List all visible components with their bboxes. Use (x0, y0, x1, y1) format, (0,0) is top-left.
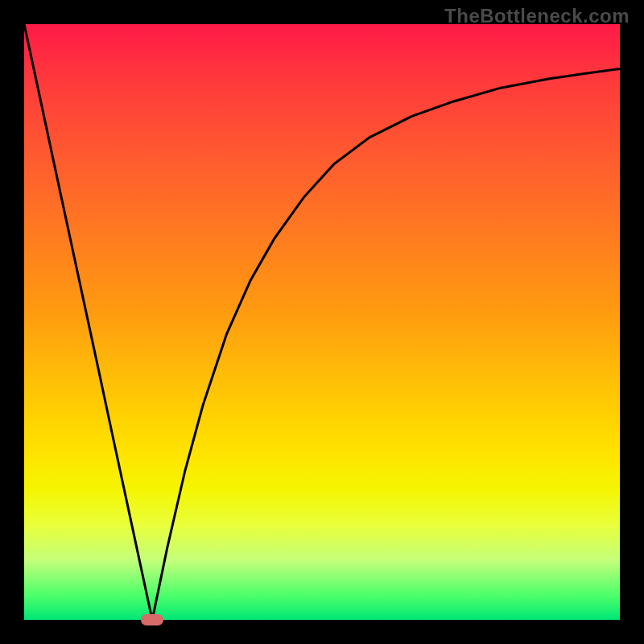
curve-layer (24, 24, 620, 620)
chart-frame: TheBottleneck.com (0, 0, 644, 644)
left-branch-path (24, 24, 152, 620)
right-branch-path (152, 69, 620, 621)
plot-area (24, 24, 620, 620)
vertex-marker (141, 614, 163, 625)
